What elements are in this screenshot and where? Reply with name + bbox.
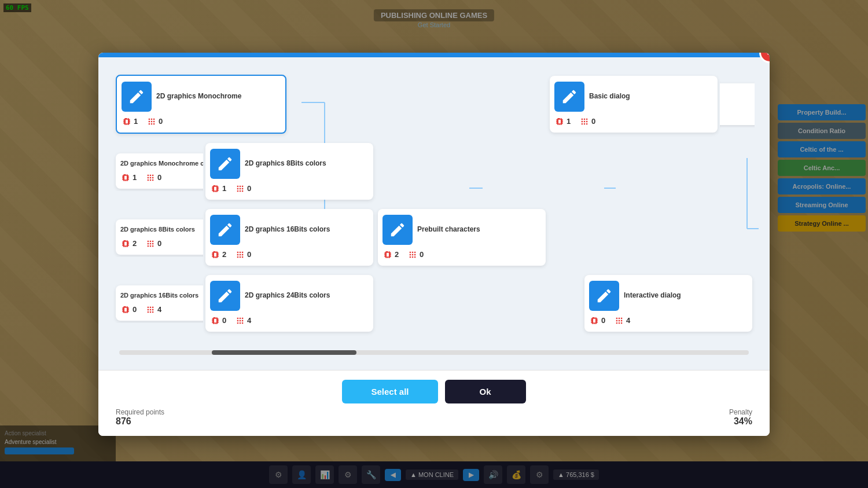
grid-value-pre: 0 [420,250,428,259]
cpu-svg-8 [211,184,220,193]
card-16bits-left-top: 2D graphics 16Bits colors [120,291,203,299]
penalty-group: Penalty 34% [729,408,752,427]
grid-svg-16l [146,306,155,314]
stat-grid-24: 4 [235,315,255,326]
card-mono-color-stats: 1 0 [120,173,203,183]
cpu-value-8: 1 [222,184,230,193]
pencil-icon-pre [389,221,406,239]
card-16bits-stats: 2 0 [210,249,366,260]
card-interactive-icon [589,281,619,311]
scroll-thumb[interactable] [212,350,356,355]
card-2d-mono-name: 2D graphics Monochrome [156,92,241,101]
cpu-value-pre: 2 [395,250,403,259]
cpu-svg-16 [211,250,220,259]
card-8bits[interactable]: 2D graphics 8Bits colors 1 [205,143,373,200]
card-16bits-left-stats: 0 4 [120,304,203,315]
card-16bits[interactable]: 2D graphics 16Bits colors 2 [205,209,373,266]
stat-cpu-16: 2 [210,249,230,260]
card-16bits-left-name: 2D graphics 16Bits colors [120,291,198,299]
cpu-value-16l: 0 [133,305,141,314]
stat-grid-8l: 0 [145,239,165,249]
stat-grid-mono: 0 [146,116,167,127]
grid-icon-pre [407,249,418,260]
card-basic-dialog-icon [554,82,584,112]
grid-value-16l: 4 [157,305,165,314]
card-16bits-top: 2D graphics 16Bits colors [210,215,366,245]
card-interactive-name: Interactive dialog [624,291,681,300]
grid-value-8l: 0 [157,239,165,248]
card-prebuilt[interactable]: Prebuilt characters 2 [378,209,546,266]
pencil-icon [128,88,145,105]
card-24bits-name: 2D graphics 24Bits colors [245,291,330,300]
cpu-svg-mc [121,173,130,182]
required-points-value: 876 [116,416,164,427]
card-basic-dialog-top: Basic dialog [554,82,711,112]
stat-cpu-mc: 1 [120,173,141,183]
card-8bits-name: 2D graphics 8Bits colors [245,159,326,168]
card-2d-mono[interactable]: 2D graphics Monochrome 1 [116,75,286,134]
cpu-value-16: 2 [222,250,230,259]
grid-svg-16 [236,251,244,259]
row2: 2D graphics Monochrome color 1 [113,141,755,202]
card-8bits-left-top: 2D graphics 8Bits colors [120,225,203,233]
grid-icon-16l [145,304,156,315]
select-all-button[interactable]: Select all [342,380,437,403]
cpu-value-24: 0 [222,316,230,325]
right-partial-card [720,83,755,125]
cpu-icon-mc [120,173,131,183]
card-24bits-top: 2D graphics 24Bits colors [210,281,366,311]
card-basic-dialog-stats: 1 0 [554,116,711,127]
grid-value-24: 4 [247,316,255,325]
grid-svg-2 [580,118,589,126]
cpu-icon-8l [120,239,131,249]
card-8bits-top: 2D graphics 8Bits colors [210,149,366,179]
stat-cpu-basic: 1 [554,116,575,127]
card-8bits-stats: 1 0 [210,184,366,194]
penalty-label: Penalty [729,408,752,416]
card-interactive-stats: 0 4 [589,315,745,326]
scroll-track[interactable] [119,350,749,355]
grid-value-8: 0 [247,184,255,193]
pencil-icon-8 [216,155,234,173]
card-8bits-left-stats: 2 0 [120,239,203,249]
grid-icon-24 [235,315,245,326]
grid-svg-8 [236,185,244,193]
grid-svg-8l [146,240,155,248]
cpu-icon [122,116,132,127]
card-2d-mono-icon [122,82,152,112]
grid-value-basic: 0 [591,117,599,126]
cpu-value-mono: 1 [134,117,142,126]
card-2d-mono-stats: 1 0 [122,116,278,127]
cpu-svg-16l [121,305,130,314]
stat-cpu-8l: 2 [120,239,141,249]
cpu-icon-2 [554,116,565,127]
card-16bits-left[interactable]: 2D graphics 16Bits colors 0 [116,285,203,320]
card-8bits-left[interactable]: 2D graphics 8Bits colors 2 [116,219,203,254]
modal-overlay: × [0,0,868,488]
card-24bits-stats: 0 4 [210,315,366,326]
card-basic-dialog[interactable]: Basic dialog 1 [550,76,718,133]
grid-value-int: 4 [626,316,634,325]
row1: 2D graphics Monochrome 1 [113,72,755,136]
stat-grid-8: 0 [235,184,255,194]
required-points-label: Required points [116,408,164,416]
card-interactive[interactable]: Interactive dialog 0 [584,275,752,332]
cpu-value-basic: 1 [567,117,575,126]
footer-buttons: Select all Ok [110,380,758,403]
ok-button[interactable]: Ok [445,380,526,403]
stat-cpu-pre: 2 [382,249,403,260]
cpu-svg-8l [121,239,130,248]
card-mono-color[interactable]: 2D graphics Monochrome color 1 [116,153,203,188]
modal-body: 2D graphics Monochrome 1 [98,57,770,370]
card-16bits-icon [210,215,240,245]
cpu-svg [122,117,131,126]
stat-cpu-mono: 1 [122,116,142,127]
card-2d-mono-top: 2D graphics Monochrome [122,82,278,112]
stat-cpu-int: 0 [589,315,609,326]
stat-grid-pre: 0 [407,249,428,260]
cpu-value-mc: 1 [133,173,141,182]
grid-icon-8 [235,184,245,194]
card-interactive-top: Interactive dialog [589,281,745,311]
grid-svg-int [615,317,623,325]
card-24bits[interactable]: 2D graphics 24Bits colors 0 [205,275,373,332]
